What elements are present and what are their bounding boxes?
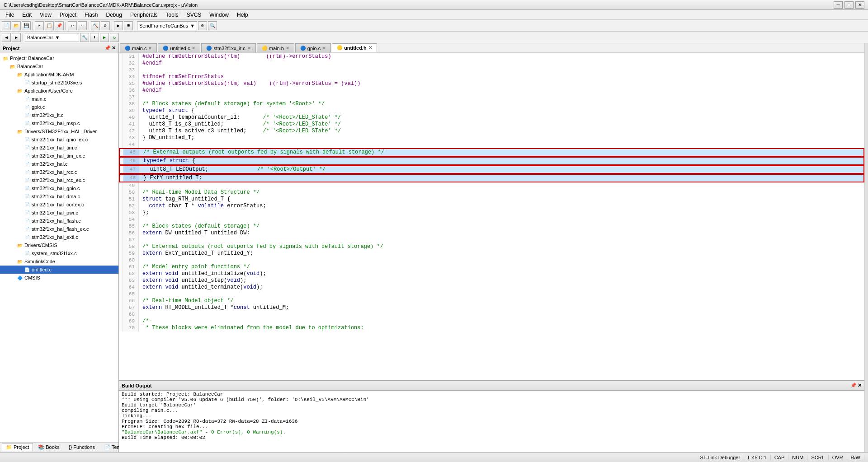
- linecontent-61[interactable]: /* Model entry point functions */: [139, 264, 864, 271]
- target-dropdown[interactable]: SendFrameToCanBus ▼: [137, 21, 197, 30]
- menu-flash[interactable]: Flash: [81, 11, 101, 19]
- tab-project[interactable]: 📁 Project: [2, 443, 33, 451]
- tree-item-2[interactable]: 📂 Application/MDK-ARM: [0, 70, 118, 79]
- open-btn[interactable]: 📂: [12, 21, 21, 30]
- tree-item-13[interactable]: 📄 stm32f1xx_hal.c: [0, 160, 118, 168]
- tree-item-5[interactable]: 📄 main.c: [0, 95, 118, 103]
- linecontent-42[interactable]: uint8_T is_active_c3_untitled; /* '<Root…: [139, 128, 864, 135]
- tree-item-27[interactable]: 🔷 CMSIS: [0, 274, 118, 282]
- linecontent-70[interactable]: * These blocks were eliminated from the …: [139, 325, 864, 331]
- prev-btn[interactable]: ◀: [2, 33, 11, 42]
- project-close[interactable]: ✕: [112, 45, 116, 51]
- stop-btn[interactable]: ■: [124, 21, 133, 30]
- menu-window[interactable]: Window: [206, 11, 232, 19]
- tree-item-12[interactable]: 📄 stm32f1xx_hal_tim_ex.c: [0, 152, 118, 160]
- linecontent-49[interactable]: [139, 182, 864, 189]
- compile-btn[interactable]: 🔧: [80, 33, 89, 42]
- right-collapse[interactable]: [864, 43, 868, 452]
- linecontent-69[interactable]: /*-: [139, 318, 864, 325]
- linecontent-32[interactable]: #endif: [139, 60, 864, 67]
- component-dropdown[interactable]: BalanceCar ▼: [25, 33, 79, 42]
- tab-main-h[interactable]: 🟡 main.h ✕: [257, 43, 294, 52]
- linecontent-57[interactable]: [139, 237, 864, 243]
- tab-close-2[interactable]: ✕: [247, 46, 251, 51]
- build-close[interactable]: ✕: [858, 383, 862, 388]
- code-area[interactable]: 31 #define rtmGetErrorStatus(rtm) ((rtm)…: [119, 53, 864, 380]
- tree-item-8[interactable]: 📄 stm32f1xx_hal_msp.c: [0, 119, 118, 127]
- linecontent-36[interactable]: #endif: [139, 87, 864, 94]
- menu-svcs[interactable]: SVCS: [183, 11, 205, 19]
- linecontent-48[interactable]: } ExtY_untitled_T;: [140, 175, 863, 182]
- tree-item-14[interactable]: 📄 stm32f1xx_hal_rcc.c: [0, 168, 118, 176]
- tree-item-1[interactable]: 📂 BalanceCar: [0, 62, 118, 70]
- tree-item-23[interactable]: 📂 Drivers/CMSIS: [0, 241, 118, 249]
- linecontent-34[interactable]: #ifndef rtmSetErrorStatus: [139, 74, 864, 80]
- linecontent-52[interactable]: const char_T * volatile errorStatus;: [139, 203, 864, 210]
- linecontent-35[interactable]: #define rtmSetErrorStatus(rtm, val) ((rt…: [139, 80, 864, 87]
- rebuild-btn[interactable]: ⚙: [101, 21, 110, 30]
- undo-btn[interactable]: ↩: [68, 21, 77, 30]
- menu-tools[interactable]: Tools: [162, 11, 182, 19]
- tree-item-20[interactable]: 📄 stm32f1xx_hal_flash.c: [0, 217, 118, 225]
- project-pin[interactable]: 📌: [104, 45, 111, 51]
- linecontent-63[interactable]: extern void untitled_step(void);: [139, 277, 864, 284]
- tree-item-26[interactable]: 📄 untitled.c: [0, 266, 118, 274]
- linecontent-56[interactable]: extern DW_untitled_T untitled_DW;: [139, 230, 864, 237]
- tree-item-9[interactable]: 📂 Drivers/STM32F1xx_HAL_Driver: [0, 127, 118, 135]
- linecontent-45[interactable]: /* External outputs (root outports fed b…: [140, 149, 863, 156]
- linecontent-62[interactable]: extern void untitled_initialize(void);: [139, 271, 864, 277]
- tree-item-17[interactable]: 📄 stm32f1xx_hal_dma.c: [0, 192, 118, 201]
- menu-edit[interactable]: Edit: [19, 11, 35, 19]
- tab-untitled-h[interactable]: 🟡 untitled.h ✕: [332, 43, 377, 52]
- tab-close-1[interactable]: ✕: [192, 46, 195, 51]
- tab-stm32f1xx_it-c[interactable]: 🔵 stm32f1xx_it.c ✕: [201, 43, 255, 52]
- next-btn[interactable]: ▶: [12, 33, 21, 42]
- linecontent-65[interactable]: [139, 291, 864, 298]
- linecontent-59[interactable]: extern ExtY_untitled_T untitled_Y;: [139, 250, 864, 257]
- linecontent-33[interactable]: [139, 67, 864, 74]
- tree-item-7[interactable]: 📄 stm32f1xx_it.c: [0, 111, 118, 119]
- tree-item-6[interactable]: 📄 gpio.c: [0, 103, 118, 111]
- download-btn[interactable]: ⬇: [90, 33, 99, 42]
- tree-item-19[interactable]: 📄 stm32f1xx_hal_pwr.c: [0, 209, 118, 217]
- redo-btn[interactable]: ↪: [78, 21, 87, 30]
- tab-gpio-c[interactable]: 🔵 gpio.c ✕: [295, 43, 331, 52]
- linecontent-68[interactable]: [139, 311, 864, 318]
- tree-item-0[interactable]: 📁 Project: BalanceCar: [0, 54, 118, 62]
- linecontent-31[interactable]: #define rtmGetErrorStatus(rtm) ((rtm)->e…: [139, 53, 864, 60]
- tree-item-16[interactable]: 📄 stm32f1xx_hal_gpio.c: [0, 184, 118, 192]
- tab-books[interactable]: 📚 Books: [34, 443, 64, 451]
- menu-help[interactable]: Help: [233, 11, 252, 19]
- linecontent-60[interactable]: [139, 257, 864, 264]
- tab-close-4[interactable]: ✕: [322, 46, 326, 51]
- tree-item-18[interactable]: 📄 stm32f1xx_hal_cortex.c: [0, 201, 118, 209]
- linecontent-64[interactable]: extern void untitled_terminate(void);: [139, 284, 864, 291]
- tab-close-5[interactable]: ✕: [368, 45, 372, 50]
- tree-item-22[interactable]: 📄 stm32f1xx_hal_exti.c: [0, 233, 118, 241]
- cut-btn[interactable]: ✂: [35, 21, 44, 30]
- close-button[interactable]: ✕: [855, 1, 864, 9]
- save-btn[interactable]: 💾: [22, 21, 31, 30]
- linecontent-43[interactable]: } DW_untitled_T;: [139, 135, 864, 141]
- options-btn[interactable]: ⚙: [198, 21, 207, 30]
- linecontent-53[interactable]: };: [139, 210, 864, 216]
- tree-item-4[interactable]: 📂 Application/User/Core: [0, 87, 118, 95]
- build-btn[interactable]: 🔨: [91, 21, 100, 30]
- tab-close-3[interactable]: ✕: [286, 46, 289, 51]
- menu-peripherals[interactable]: Peripherals: [127, 11, 161, 19]
- paste-btn[interactable]: 📌: [55, 21, 64, 30]
- linecontent-55[interactable]: /* Block states (default storage) */: [139, 223, 864, 230]
- tree-item-24[interactable]: 📄 system_stm32f1xx.c: [0, 249, 118, 257]
- build-pin[interactable]: 📌: [850, 383, 857, 388]
- green-btn2[interactable]: ↻: [110, 33, 119, 42]
- linecontent-39[interactable]: typedef struct {: [139, 107, 864, 114]
- linecontent-40[interactable]: uint16_T temporalCounter_i1; /* '<Root>/…: [139, 114, 864, 121]
- tab-untitled-c[interactable]: 🔵 untitled.c ✕: [158, 43, 200, 52]
- tree-item-25[interactable]: 📂 SimulinkCode: [0, 257, 118, 266]
- linecontent-67[interactable]: extern RT_MODEL_untitled_T *const untitl…: [139, 304, 864, 311]
- linecontent-51[interactable]: struct tag_RTM_untitled_T {: [139, 196, 864, 203]
- tree-item-3[interactable]: 📄 startup_stm32f103xe.s: [0, 79, 118, 87]
- menu-debug[interactable]: Debug: [103, 11, 126, 19]
- linecontent-58[interactable]: /* External outputs (root outports fed b…: [139, 243, 864, 250]
- tab-main-c[interactable]: 🔵 main.c ✕: [120, 43, 157, 52]
